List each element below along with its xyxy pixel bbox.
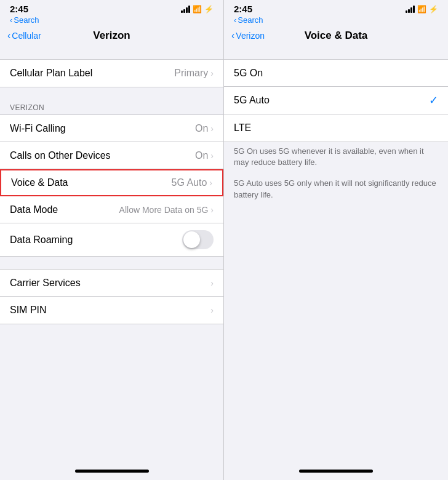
wifi-calling-right: On › — [195, 123, 214, 134]
5g-auto-checkmark-icon: ✓ — [429, 94, 438, 107]
carrier-group: Carrier Services › SIM PIN › — [0, 269, 223, 324]
right-status-icons: 📶 ⚡ — [406, 5, 438, 14]
data-mode-right: Allow More Data on 5G › — [119, 205, 214, 215]
5g-auto-description: 5G Auto uses 5G only when it will not si… — [224, 174, 448, 206]
voice-data-item[interactable]: Voice & Data 5G Auto › — [0, 169, 223, 196]
left-panel: 2:45 📶 ⚡ ‹ Search ‹ Cellular Verizon — [0, 0, 224, 480]
right-content: 5G On 5G Auto ✓ LTE 5G On uses 5G whenev… — [224, 47, 448, 465]
right-nav-back[interactable]: ‹ Verizon — [231, 31, 265, 41]
cellular-plan-right: Primary › — [174, 68, 214, 79]
wifi-calling-chevron-icon: › — [210, 124, 214, 134]
right-battery-icon: ⚡ — [429, 5, 438, 14]
voice-data-label: Voice & Data — [11, 177, 68, 188]
left-nav-back[interactable]: ‹ Cellular — [7, 31, 41, 41]
right-wifi-icon: 📶 — [417, 5, 426, 14]
calls-other-devices-label: Calls on Other Devices — [10, 150, 111, 161]
sim-pin-item[interactable]: SIM PIN › — [0, 297, 223, 324]
spacer-1 — [0, 47, 223, 59]
carrier-services-item[interactable]: Carrier Services › — [0, 270, 223, 297]
left-nav-title: Verizon — [93, 30, 130, 42]
right-home-bar — [299, 470, 373, 473]
toggle-thumb — [183, 231, 200, 248]
5g-on-label: 5G On — [234, 68, 263, 79]
spacer-3 — [0, 257, 223, 269]
right-time: 2:45 — [234, 4, 252, 14]
right-home-indicator — [224, 465, 448, 480]
left-status-icons: 📶 ⚡ — [181, 5, 214, 14]
verizon-section-header: Verizon — [0, 100, 223, 114]
calls-other-devices-chevron-icon: › — [210, 151, 214, 161]
lte-item[interactable]: LTE — [224, 114, 448, 142]
left-home-indicator — [0, 465, 223, 480]
calls-other-devices-value: On — [195, 150, 208, 161]
cellular-plan-chevron-icon: › — [210, 68, 214, 78]
5g-auto-right: ✓ — [429, 94, 438, 107]
right-back-chevron-icon: ‹ — [231, 31, 234, 41]
calls-other-devices-item[interactable]: Calls on Other Devices On › — [0, 142, 223, 169]
right-search-back: ‹ Search — [224, 15, 448, 27]
signal-icon — [181, 6, 190, 13]
voice-data-right: 5G Auto › — [172, 177, 213, 188]
wifi-icon: 📶 — [193, 5, 202, 14]
left-back-chevron-icon: ‹ — [7, 31, 10, 41]
data-roaming-toggle[interactable] — [182, 230, 214, 249]
carrier-services-chevron-icon: › — [210, 278, 214, 288]
verizon-group: Wi-Fi Calling On › Calls on Other Device… — [0, 114, 223, 257]
sim-pin-right: › — [210, 305, 214, 315]
right-signal-icon — [406, 6, 415, 13]
sim-pin-label: SIM PIN — [10, 305, 47, 316]
voice-data-value: 5G Auto — [172, 177, 207, 188]
right-panel: 2:45 📶 ⚡ ‹ Search ‹ Verizon Voice & Data — [224, 0, 448, 480]
data-mode-item[interactable]: Data Mode Allow More Data on 5G › — [0, 196, 223, 223]
spacer-2 — [0, 87, 223, 100]
right-back-chevron-small-icon: ‹ — [234, 15, 236, 25]
cellular-plan-value: Primary — [174, 68, 208, 79]
cellular-plan-label-item[interactable]: Cellular Plan Label Primary › — [0, 60, 223, 87]
right-status-bar: 2:45 📶 ⚡ — [224, 0, 448, 15]
left-status-bar: 2:45 📶 ⚡ — [0, 0, 223, 15]
sim-pin-chevron-icon: › — [210, 305, 214, 315]
bottom-spacer — [0, 324, 223, 423]
data-mode-chevron-icon: › — [210, 205, 214, 215]
carrier-services-label: Carrier Services — [10, 278, 81, 289]
voice-data-options-group: 5G On 5G Auto ✓ LTE — [224, 59, 448, 142]
left-content: Cellular Plan Label Primary › Verizon Wi… — [0, 47, 223, 465]
right-nav-bar: ‹ Verizon Voice & Data — [224, 27, 448, 47]
5g-auto-item[interactable]: 5G Auto ✓ — [224, 87, 448, 114]
left-home-bar — [75, 470, 149, 473]
data-mode-label: Data Mode — [10, 204, 58, 215]
left-search-back: ‹ Search — [0, 15, 223, 27]
wifi-calling-label: Wi-Fi Calling — [10, 123, 66, 134]
right-search-back-link[interactable]: ‹ Search — [234, 15, 438, 25]
calls-other-devices-right: On › — [195, 150, 214, 161]
data-roaming-item[interactable]: Data Roaming — [0, 223, 223, 256]
data-mode-value: Allow More Data on 5G — [119, 205, 209, 215]
wifi-calling-item[interactable]: Wi-Fi Calling On › — [0, 115, 223, 142]
5g-on-item[interactable]: 5G On — [224, 60, 448, 87]
left-search-back-link[interactable]: ‹ Search — [10, 15, 214, 25]
left-time: 2:45 — [10, 4, 28, 14]
voice-data-chevron-icon: › — [209, 178, 212, 188]
data-roaming-label: Data Roaming — [10, 234, 73, 246]
lte-label: LTE — [234, 122, 251, 134]
wifi-calling-value: On — [195, 123, 208, 134]
back-chevron-icon: ‹ — [10, 15, 12, 25]
right-spacer-1 — [224, 47, 448, 59]
5g-on-description: 5G On uses 5G whenever it is available, … — [224, 142, 448, 174]
cellular-plan-label: Cellular Plan Label — [10, 68, 92, 79]
cellular-plan-group: Cellular Plan Label Primary › — [0, 59, 223, 87]
5g-auto-label: 5G Auto — [234, 95, 270, 106]
left-nav-bar: ‹ Cellular Verizon — [0, 27, 223, 47]
carrier-services-right: › — [210, 278, 214, 288]
right-nav-title: Voice & Data — [305, 30, 368, 42]
battery-icon: ⚡ — [204, 5, 214, 14]
